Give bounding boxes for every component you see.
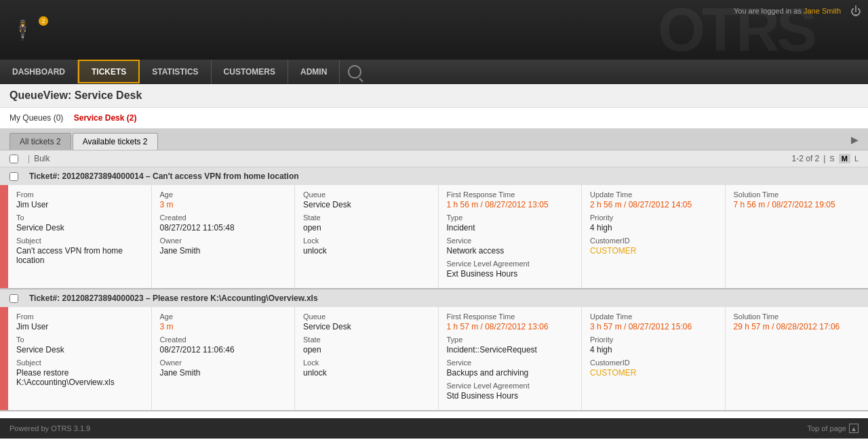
queue-label: Queue [303,190,430,199]
type-value: Incident::ServiceRequest [447,345,574,354]
ticket-col-4: First Response Time 1 h 56 m / 08/27/201… [439,185,583,288]
size-medium-button[interactable]: M [839,154,850,163]
toolbar-separator: | [28,154,30,163]
age-label: Age [160,190,287,199]
to-label: To [16,214,143,222]
lock-value: unlock [303,368,430,378]
state-label: State [303,214,430,222]
ticket-col-4: First Response Time 1 h 57 m / 08/27/201… [439,307,583,410]
type-label: Type [447,214,574,222]
ticket-col-3: Queue Service Desk State open Lock unloc… [295,307,439,410]
queue-tab-service-desk[interactable]: Service Desk (2) [74,113,137,123]
search-button[interactable] [340,60,370,83]
from-value: Jim User [16,200,143,209]
from-value: Jim User [16,322,143,331]
type-label: Type [447,336,574,344]
from-label: From [16,190,143,199]
tab-all-tickets[interactable]: All tickets 2 [9,133,71,150]
priority-label: Priority [590,214,717,222]
lock-label: Lock [303,237,430,245]
pagination-text: 1-2 of 2 [792,154,820,163]
service-value: Network access [447,246,574,256]
select-all-checkbox[interactable] [9,155,18,163]
ticket-checkbox[interactable] [9,172,18,181]
table-toolbar: | Bulk 1-2 of 2 | S M L [0,150,868,167]
state-label: State [303,336,430,344]
ticket-col-1: From Jim User To Service Desk Subject Pl… [8,307,152,410]
age-label: Age [160,312,287,321]
solution-label: Solution Time [734,312,861,321]
owner-value: Jane Smith [160,246,287,256]
state-value: open [303,223,430,232]
sla-value: Std Business Hours [447,391,574,401]
ticket-priority-bar [0,185,8,288]
age-value: 3 m [160,322,287,331]
queue-tab-my-queues[interactable]: My Queues (0) [9,113,63,123]
sla-label: Service Level Agreement [447,260,574,268]
lock-label: Lock [303,359,430,367]
power-button[interactable]: ⏻ [850,5,861,18]
ticket-title[interactable]: Ticket#: 201208273894000014 – Can't acce… [29,171,299,181]
ticket-subject-header: Please restore K:\Accounting\Overview.xl… [153,293,318,303]
top-arrow-icon: ▲ [849,424,859,433]
user-info: You are logged in as Jane Smith [734,7,841,15]
to-value: Service Desk [16,223,143,232]
notification-badge[interactable]: 2 [39,16,48,26]
ticket-id: Ticket#: 201208273894000014 [29,171,144,181]
priority-label: Priority [590,336,717,344]
sla-label: Service Level Agreement [447,382,574,390]
solution-value: 7 h 56 m / 08/27/2012 19:05 [734,200,861,209]
owner-label: Owner [160,237,287,245]
first-response-label: First Response Time [447,312,574,321]
priority-value: 4 high [590,223,717,232]
created-label: Created [160,214,287,222]
sla-value: Ext Business Hours [447,269,574,279]
nav-admin[interactable]: ADMIN [288,60,340,83]
bulk-action-button[interactable]: Bulk [34,154,50,163]
size-small-button[interactable]: S [829,155,834,163]
tabs-expand-arrow[interactable]: ▶ [851,134,859,149]
username: Jane Smith [804,7,841,15]
update-label: Update Time [590,312,717,321]
queue-label: Queue [303,312,430,321]
solution-label: Solution Time [734,190,861,199]
nav-dashboard[interactable]: DASHBOARD [0,60,78,83]
ticket-fields: From Jim User To Service Desk Subject Ca… [8,185,868,288]
ticket-row: Ticket#: 201208273894000014 – Can't acce… [0,167,868,289]
nav-customers[interactable]: CUSTOMERS [212,60,288,83]
logo-area: 🕴 2 [0,19,45,41]
header: 🕴 2 OTRS You are logged in as Jane Smith… [0,0,868,60]
ticket-row: Ticket#: 201208273894000023 – Please res… [0,289,868,411]
ticket-col-2: Age 3 m Created 08/27/2012 11:05:48 Owne… [152,185,296,288]
pagination-separator: | [823,154,825,163]
ticket-subject-header: Can't access VPN from home location [153,171,299,181]
first-response-label: First Response Time [447,190,574,199]
top-of-page-button[interactable]: Top of page ▲ [808,424,859,433]
ticket-row-header: Ticket#: 201208273894000014 – Can't acce… [0,167,868,185]
ticket-details: From Jim User To Service Desk Subject Ca… [0,185,868,288]
nav-tickets[interactable]: TICKETS [78,60,140,83]
state-value: open [303,345,430,354]
update-value: 3 h 57 m / 08/27/2012 15:06 [590,322,717,331]
search-icon [348,65,361,79]
first-response-value: 1 h 57 m / 08/27/2012 13:06 [447,322,574,331]
customer-id-value[interactable]: CUSTOMER [590,368,717,378]
nav-statistics[interactable]: STATISTICS [140,60,211,83]
tab-available-tickets[interactable]: Available tickets 2 [73,133,158,150]
customer-id-value[interactable]: CUSTOMER [590,246,717,256]
service-label: Service [447,237,574,245]
ticket-col-6: Solution Time 29 h 57 m / 08/28/2012 17:… [726,307,869,410]
subject-label: Subject [16,359,143,367]
to-value: Service Desk [16,345,143,354]
ticket-checkbox[interactable] [9,294,18,303]
ticket-details: From Jim User To Service Desk Subject Pl… [0,307,868,410]
subject-value: Can't access VPN from home location [16,246,143,265]
size-large-button[interactable]: L [854,155,859,163]
user-label: You are logged in as [734,7,802,15]
owner-value: Jane Smith [160,368,287,378]
powered-by-text: Powered by OTRS 3.1.9 [9,424,90,432]
ticket-col-1: From Jim User To Service Desk Subject Ca… [8,185,152,288]
pagination-area: 1-2 of 2 | S M L [792,154,859,163]
ticket-id: Ticket#: 201208273894000023 [29,293,144,303]
ticket-title[interactable]: Ticket#: 201208273894000023 – Please res… [29,293,318,303]
